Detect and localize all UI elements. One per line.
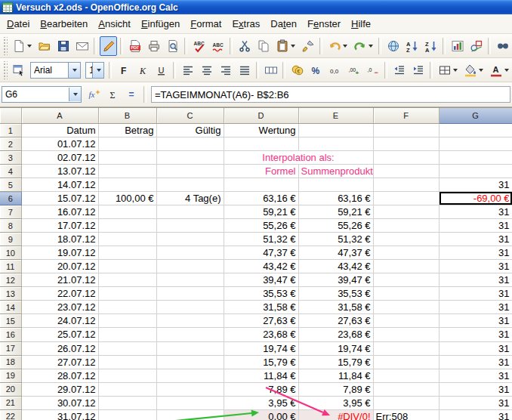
cell-A4[interactable]: 13.07.12 [21, 165, 98, 178]
menu-hilfe[interactable]: Hilfe [346, 17, 376, 31]
row-header-19[interactable]: 19 [0, 369, 21, 382]
cell-F5[interactable] [373, 178, 439, 192]
cell-F9[interactable] [373, 233, 439, 246]
cell-D17[interactable]: 19,74 € [224, 341, 298, 355]
styles-formatting-button[interactable] [10, 60, 27, 80]
cell-D16[interactable]: 23,68 € [224, 328, 298, 341]
italic-button[interactable]: K [134, 60, 151, 80]
cell-D14[interactable]: 31,58 € [224, 301, 298, 314]
cell-F2[interactable] [373, 137, 439, 151]
row-header-8[interactable]: 8 [0, 219, 21, 233]
cell-F7[interactable] [373, 205, 439, 219]
decrease-indent-button[interactable] [390, 60, 408, 80]
edit-file-button[interactable] [100, 36, 117, 56]
row-header-11[interactable]: 11 [0, 260, 21, 273]
column-header-B[interactable]: B [98, 108, 156, 124]
menu-fenster[interactable]: Fenster [302, 17, 346, 31]
row-header-13[interactable]: 13 [0, 287, 21, 301]
save-document-button[interactable] [54, 36, 72, 56]
cell-B19[interactable] [98, 369, 156, 382]
font-color-button[interactable]: A [487, 60, 511, 80]
cell-G13[interactable]: 31 [439, 287, 512, 301]
chevron-down-icon[interactable] [367, 39, 374, 53]
cell-D19[interactable]: 11,84 € [224, 369, 298, 382]
cell-D9[interactable]: 51,32 € [224, 233, 298, 246]
cell-A15[interactable]: 24.07.12 [21, 314, 98, 328]
cell-C5[interactable] [156, 178, 224, 192]
cell-B8[interactable] [98, 219, 156, 233]
cell-E11[interactable]: 43,42 € [298, 260, 373, 273]
align-left-button[interactable] [179, 60, 196, 80]
cell-G12[interactable]: 31 [439, 273, 512, 287]
increase-indent-button[interactable] [409, 60, 427, 80]
cell-D20[interactable]: 7,89 € [224, 382, 298, 396]
cell-C10[interactable] [156, 246, 224, 260]
cell-D22[interactable]: 0,00 € [224, 409, 298, 420]
cell-E9[interactable]: 51,32 € [298, 233, 373, 246]
row-header-15[interactable]: 15 [0, 314, 21, 328]
cell-A5[interactable]: 14.07.12 [21, 178, 98, 192]
cell-B22[interactable] [98, 409, 156, 420]
cell-E4[interactable]: Summenprodukt [298, 165, 373, 178]
row-header-16[interactable]: 16 [0, 328, 21, 341]
cell-E13[interactable]: 35,53 € [298, 287, 373, 301]
cell-D18[interactable]: 15,79 € [224, 355, 298, 369]
cell-D15[interactable]: 27,63 € [224, 314, 298, 328]
cell-G14[interactable]: 31 [439, 301, 512, 314]
cell-G2[interactable] [439, 137, 512, 151]
cell-F15[interactable] [373, 314, 439, 328]
cell-C8[interactable] [156, 219, 224, 233]
cell-E20[interactable]: 7,89 € [298, 382, 373, 396]
cell-F17[interactable] [373, 341, 439, 355]
toolbar-handle[interactable] [2, 61, 8, 79]
cell-A18[interactable]: 27.07.12 [21, 355, 98, 369]
cell-F12[interactable] [373, 273, 439, 287]
cell-D21[interactable]: 3,95 € [224, 396, 298, 409]
cell-A7[interactable]: 16.07.12 [21, 205, 98, 219]
cell-C7[interactable] [156, 205, 224, 219]
cell-B3[interactable] [98, 151, 156, 165]
font-size-combo[interactable]: 10 [85, 62, 104, 79]
cell-C16[interactable] [156, 328, 224, 341]
cell-E5[interactable] [298, 178, 373, 192]
cell-B21[interactable] [98, 396, 156, 409]
cell-E8[interactable]: 55,26 € [298, 219, 373, 233]
cell-F21[interactable] [373, 396, 439, 409]
show-draw-functions-button[interactable] [467, 36, 485, 56]
cell-C22[interactable] [156, 409, 224, 420]
cell-E7[interactable]: 59,21 € [298, 205, 373, 219]
cell-G8[interactable]: 31 [439, 219, 512, 233]
format-paintbrush-button[interactable] [299, 36, 316, 56]
cell-A9[interactable]: 18.07.12 [21, 233, 98, 246]
row-header-18[interactable]: 18 [0, 355, 21, 369]
cell-D1[interactable]: Wertung [224, 124, 298, 137]
underline-button[interactable]: U [153, 60, 170, 80]
cell-E10[interactable]: 47,37 € [298, 246, 373, 260]
cell-C3[interactable] [156, 151, 224, 165]
paste-button[interactable] [273, 36, 298, 56]
row-header-9[interactable]: 9 [0, 233, 21, 246]
cell-B15[interactable] [98, 314, 156, 328]
row-header-17[interactable]: 17 [0, 341, 21, 355]
cell-D10[interactable]: 47,37 € [224, 246, 298, 260]
cell-B2[interactable] [98, 137, 156, 151]
column-header-F[interactable]: F [373, 108, 439, 124]
cell-C6[interactable]: 4 Tag(e) [156, 192, 224, 205]
row-header-5[interactable]: 5 [0, 178, 21, 192]
cell-C1[interactable]: Gültig [156, 124, 224, 137]
menu-ansicht[interactable]: Ansicht [93, 17, 136, 31]
cell-G7[interactable]: 31 [439, 205, 512, 219]
redo-button[interactable] [351, 36, 375, 56]
cell-E22[interactable]: #DIV/0! [298, 409, 373, 420]
cell-A22[interactable]: 31.07.12 [21, 409, 98, 420]
sort-descending-button[interactable]: ZA [422, 36, 440, 56]
cell-G1[interactable] [439, 124, 512, 137]
menu-format[interactable]: Format [185, 17, 227, 31]
chevron-down-icon[interactable] [452, 63, 458, 77]
print-document-button[interactable] [145, 36, 162, 56]
format-currency-button[interactable]: € [288, 60, 306, 80]
cell-F8[interactable] [373, 219, 439, 233]
cell-E19[interactable]: 11,84 € [298, 369, 373, 382]
cell-B10[interactable] [98, 246, 156, 260]
cell-C15[interactable] [156, 314, 224, 328]
